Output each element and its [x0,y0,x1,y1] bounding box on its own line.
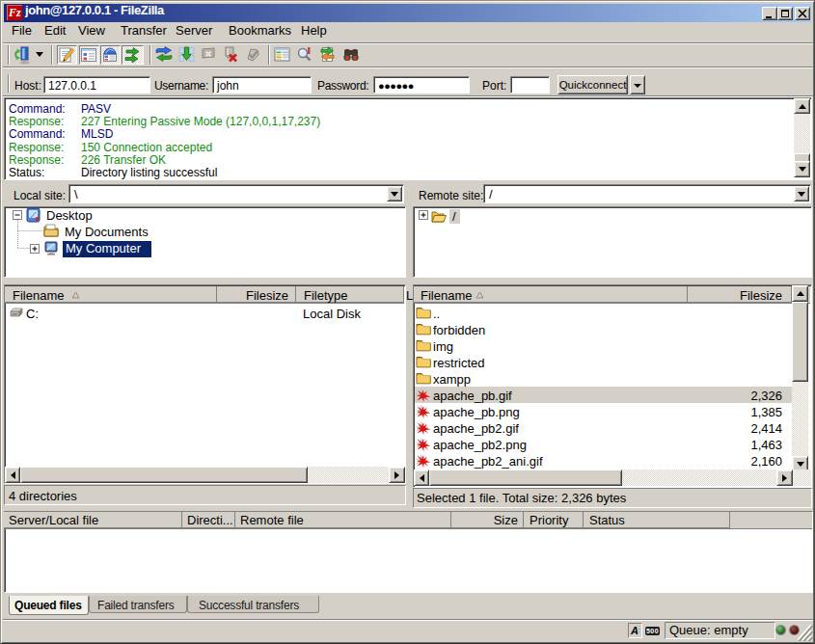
svg-text:Fz: Fz [8,6,21,19]
